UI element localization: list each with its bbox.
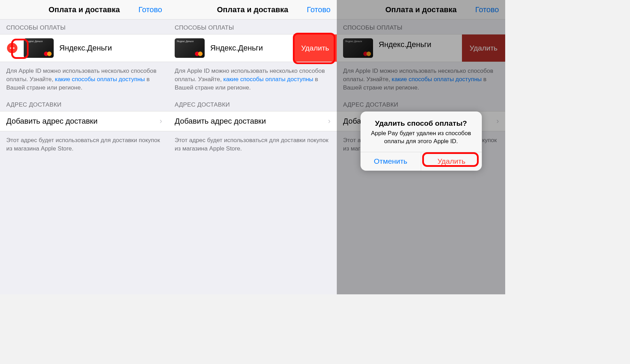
section-shipping-header: АДРЕС ДОСТАВКИ (337, 96, 505, 111)
payment-note: Для Apple ID можно использовать нескольк… (168, 62, 337, 96)
section-payment-header: СПОСОБЫ ОПЛАТЫ (0, 20, 168, 34)
section-shipping-header: АДРЕС ДОСТАВКИ (168, 96, 337, 111)
alert-message: Apple Pay будет удален из способов оплат… (367, 130, 476, 146)
payment-method-label: Яндекс.Деньги (379, 40, 462, 49)
alert-delete-button[interactable]: Удалить (421, 152, 482, 171)
payment-note: Для Apple ID можно использовать нескольк… (0, 62, 168, 96)
payment-note-link[interactable]: какие способы оплаты доступны (55, 76, 145, 83)
nav-bar: Оплата и доставка Готово (337, 0, 505, 20)
payment-method-row[interactable]: Яндекс Деньги Яндекс.Деньги Удалить (337, 34, 505, 62)
payment-note-link[interactable]: какие способы оплаты доступны (392, 76, 482, 83)
add-shipping-row[interactable]: Добавить адрес доставки › (168, 111, 337, 131)
payment-method-label: Яндекс.Деньги (59, 44, 168, 53)
done-button[interactable]: Готово (475, 0, 499, 19)
card-icon: Яндекс Деньги (175, 38, 205, 58)
payment-method-label: Яндекс.Деньги (210, 44, 294, 53)
screen-edit-mode: Оплата и доставка Готово СПОСОБЫ ОПЛАТЫ … (0, 0, 168, 294)
alert-cancel-button[interactable]: Отменить (360, 152, 422, 171)
add-shipping-row[interactable]: Добавить адрес доставки › (0, 111, 168, 131)
nav-bar: Оплата и доставка Готово (168, 0, 337, 20)
payment-note: Для Apple ID можно использовать нескольк… (337, 62, 505, 96)
card-icon: Яндекс Деньги (343, 38, 373, 58)
redacted-detail (379, 51, 434, 56)
mastercard-icon (363, 52, 371, 56)
chevron-right-icon: › (328, 117, 331, 126)
alert-body: Удалить способ оплаты? Apple Pay будет у… (360, 111, 482, 152)
confirm-delete-alert: Удалить способ оплаты? Apple Pay будет у… (360, 111, 482, 171)
card-icon: Яндекс Деньги (24, 38, 54, 58)
mastercard-icon (44, 52, 52, 56)
add-shipping-label: Добавить адрес доставки (6, 117, 98, 126)
alert-buttons: Отменить Удалить (360, 152, 482, 171)
add-shipping-label: Добавить адрес доставки (175, 117, 266, 126)
section-shipping-header: АДРЕС ДОСТАВКИ (0, 96, 168, 111)
shipping-note: Этот адрес будет использоваться для дост… (168, 131, 337, 158)
payment-note-link[interactable]: какие способы оплаты доступны (223, 76, 313, 83)
minus-circle-icon (7, 43, 17, 53)
done-button[interactable]: Готово (307, 0, 331, 19)
screen-swipe-delete: Оплата и доставка Готово СПОСОБЫ ОПЛАТЫ … (168, 0, 337, 294)
done-button[interactable]: Готово (138, 0, 162, 19)
payment-method-row[interactable]: Яндекс Деньги Яндекс.Деньги (0, 34, 168, 62)
section-payment-header: СПОСОБЫ ОПЛАТЫ (337, 20, 505, 34)
delete-button[interactable]: Удалить (462, 34, 505, 62)
chevron-right-icon: › (496, 117, 499, 126)
section-payment-header: СПОСОБЫ ОПЛАТЫ (168, 20, 337, 34)
nav-bar: Оплата и доставка Готово (0, 0, 168, 20)
page-title: Оплата и доставка (48, 5, 120, 14)
mastercard-icon (195, 52, 203, 56)
alert-title: Удалить способ оплаты? (367, 119, 476, 127)
page-title: Оплата и доставка (217, 5, 288, 14)
shipping-note: Этот адрес будет использоваться для дост… (0, 131, 168, 158)
screen-confirm-dialog: Оплата и доставка Готово СПОСОБЫ ОПЛАТЫ … (337, 0, 505, 294)
page-title: Оплата и доставка (385, 5, 457, 14)
delete-button[interactable]: Удалить (294, 34, 337, 62)
remove-icon-button[interactable] (6, 41, 19, 55)
chevron-right-icon: › (160, 117, 162, 126)
payment-method-row[interactable]: Яндекс Деньги Яндекс.Деньги Удалить (168, 34, 337, 62)
